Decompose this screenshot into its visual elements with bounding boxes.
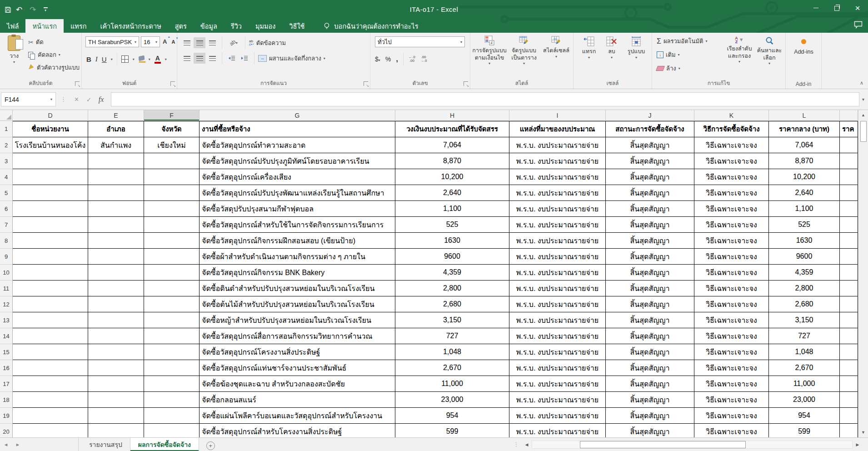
cell[interactable]: จัดซื้อวัสดุอุปกรณ์สำหรับโครงงานสิ่งประด…	[200, 424, 395, 437]
cell[interactable]	[840, 265, 858, 281]
cell[interactable]: สิ้นสุดสัญญา	[606, 249, 694, 265]
cell[interactable]: วิธีเฉพาะเจาะจง	[694, 424, 769, 437]
cell[interactable]: จัดซื้อวัสดุอุปกรณ์โครงงานสิ่งประดิษฐ์	[200, 344, 395, 360]
cell[interactable]: สถานะการจัดซื้อจัดจ้าง	[606, 121, 694, 137]
cell[interactable]	[144, 169, 200, 185]
cell[interactable]	[13, 233, 88, 249]
cell[interactable]	[144, 296, 200, 312]
row-header[interactable]: 10	[0, 265, 13, 281]
cell[interactable]: วิธีเฉพาะเจาะจง	[694, 201, 769, 217]
cell[interactable]: โรงเรียนบ้านหนองโค้ง	[13, 137, 88, 153]
borders-button[interactable]	[121, 55, 129, 63]
cell[interactable]: วิธีเฉพาะเจาะจง	[694, 249, 769, 265]
cell[interactable]	[840, 392, 858, 408]
cell[interactable]: วิธีเฉพาะเจาะจง	[694, 296, 769, 312]
cell[interactable]	[840, 137, 858, 153]
row-header[interactable]: 14	[0, 328, 13, 344]
cell[interactable]	[88, 392, 144, 408]
ribbon-tab[interactable]: แทรก	[64, 19, 93, 33]
cell[interactable]	[840, 217, 858, 233]
cell[interactable]	[840, 185, 858, 201]
cell[interactable]	[840, 344, 858, 360]
row-header[interactable]: 11	[0, 281, 13, 296]
accounting-format-button[interactable]: $▾	[375, 55, 380, 63]
ribbon-tab[interactable]: วิธีใช้	[282, 19, 311, 33]
number-dialog-launcher[interactable]	[464, 81, 468, 86]
cell[interactable]: อำเภอ	[88, 121, 144, 137]
row-header[interactable]: 6	[0, 201, 13, 217]
copy-button[interactable]: คัดลอก▾	[28, 50, 60, 60]
cell[interactable]	[13, 201, 88, 217]
cell[interactable]: วิธีเฉพาะเจาะจง	[694, 344, 769, 360]
font-name-combo[interactable]: TH SarabunPSK▾	[85, 36, 139, 47]
alignment-dialog-launcher[interactable]	[364, 81, 368, 86]
cell[interactable]: 7,064	[395, 137, 509, 153]
cell[interactable]: สิ้นสุดสัญญา	[606, 265, 694, 281]
italic-button[interactable]: I	[95, 55, 98, 63]
sheet-tab[interactable]: รายงานสรุป	[81, 438, 130, 451]
select-all-button[interactable]	[0, 110, 13, 120]
cell[interactable]	[840, 376, 858, 392]
cell[interactable]: สิ้นสุดสัญญา	[606, 185, 694, 201]
row-header[interactable]: 4	[0, 169, 13, 185]
cell[interactable]: 1,048	[769, 344, 840, 360]
addins-button[interactable]: Add-ins	[791, 39, 816, 56]
row-header[interactable]: 17	[0, 376, 13, 392]
tab-splitter-handle[interactable]: ⋮	[514, 441, 519, 448]
cell[interactable]: จัดซื้อวัสดุอุปกรณ์ปรับปรุงภูมิทัศน์โดยร…	[200, 153, 395, 169]
cell[interactable]: จัดซื้อกลอนสแนร์	[200, 392, 395, 408]
column-header[interactable]: D	[13, 110, 88, 120]
cell[interactable]	[13, 376, 88, 392]
align-center-button[interactable]	[194, 53, 205, 64]
cell[interactable]: ราค	[840, 121, 858, 137]
cell[interactable]: 1630	[395, 233, 509, 249]
cell[interactable]	[13, 281, 88, 296]
cell[interactable]	[13, 185, 88, 201]
cell[interactable]	[13, 424, 88, 437]
column-header[interactable]: G	[200, 110, 395, 120]
new-sheet-button[interactable]: +	[206, 441, 215, 450]
delete-cells-button[interactable]: ลบ ▾	[602, 36, 622, 60]
ribbon-tab[interactable]: หน้าแรก	[25, 19, 64, 33]
cell[interactable]: สิ้นสุดสัญญา	[606, 281, 694, 296]
scroll-right-button[interactable]: ▶	[853, 442, 863, 447]
align-right-button[interactable]	[206, 53, 218, 64]
row-header[interactable]: 16	[0, 360, 13, 376]
cancel-button[interactable]: ×	[70, 95, 83, 104]
cell[interactable]: 11,000	[395, 376, 509, 392]
cell[interactable]	[840, 281, 858, 296]
cell[interactable]: 954	[769, 408, 840, 424]
row-header[interactable]: 2	[0, 137, 13, 153]
shrink-font-button[interactable]: A	[171, 39, 175, 45]
cell[interactable]: จัดซื้อวัสดุปรับปรุงสนามกีฬาฟุตบอล	[200, 201, 395, 217]
row-header[interactable]: 20	[0, 424, 13, 437]
cell[interactable]: วิธีเฉพาะเจาะจง	[694, 233, 769, 249]
cell[interactable]	[88, 265, 144, 281]
align-left-button[interactable]	[181, 53, 193, 64]
tell-me-box[interactable]: บอกฉันว่าคุณต้องการทำอะไร	[323, 19, 418, 33]
cell[interactable]: สิ้นสุดสัญญา	[606, 392, 694, 408]
cell[interactable]	[840, 169, 858, 185]
formula-bar-splitter[interactable]: ⋮	[60, 96, 66, 103]
cell[interactable]: 8,870	[395, 153, 509, 169]
cell[interactable]: จัดซื้อต้นไม้สำหรับปรับปรุงสวนหย่อมในบริ…	[200, 296, 395, 312]
cell[interactable]	[13, 169, 88, 185]
cell[interactable]: แหล่งที่มาของงบประมาณ	[509, 121, 606, 137]
cell[interactable]: 10,200	[395, 169, 509, 185]
cell[interactable]: จังหวัด	[144, 121, 200, 137]
cell[interactable]: วิธีเฉพาะเจาะจง	[694, 328, 769, 344]
vertical-scrollbar[interactable]: ▲ ▼	[858, 110, 868, 437]
cell[interactable]	[144, 153, 200, 169]
cell[interactable]	[88, 281, 144, 296]
row-header[interactable]: 8	[0, 233, 13, 249]
cell[interactable]: พ.ร.บ. งบประมาณรายจ่าย	[509, 233, 606, 249]
cell[interactable]: จัดซื้อแผ่นโพลีคาร์บอเนตและวัสดุอุปกรณ์ส…	[200, 408, 395, 424]
cell[interactable]: 4,359	[395, 265, 509, 281]
cell[interactable]	[88, 185, 144, 201]
cell[interactable]: สิ้นสุดสัญญา	[606, 217, 694, 233]
cell[interactable]: สิ้นสุดสัญญา	[606, 376, 694, 392]
column-header[interactable]: H	[395, 110, 509, 120]
row-header[interactable]: 7	[0, 217, 13, 233]
decrease-indent-button[interactable]	[226, 53, 238, 64]
format-painter-button[interactable]: ตัวคัดวางรูปแบบ	[28, 63, 80, 72]
